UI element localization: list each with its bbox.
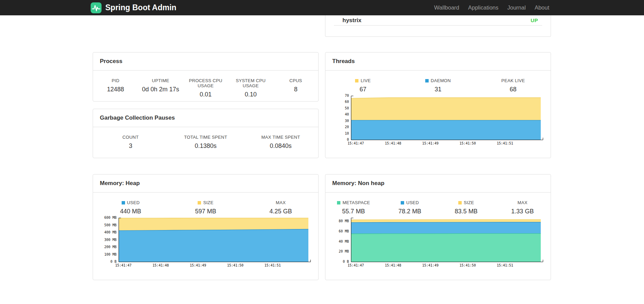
metric: LIVE67	[325, 78, 400, 92]
metric: SIZE83.5 MB	[438, 200, 494, 214]
metric-value: 1.33 GB	[494, 208, 551, 215]
memory-nonheap-panel: Memory: Non heap METASPACE55.7 MBUSED78.…	[325, 174, 551, 280]
svg-text:60 MB: 60 MB	[339, 229, 349, 233]
nav-link-journal[interactable]: Journal	[503, 0, 530, 15]
metric-value: 78.2 MB	[382, 208, 438, 215]
metric-label: USED	[382, 200, 438, 205]
metric-label: DAEMON	[400, 78, 475, 83]
memory-nonheap-legend: METASPACE55.7 MBUSED78.2 MBSIZE83.5 MBMA…	[325, 193, 551, 214]
metric-value: 3	[93, 142, 168, 150]
nav-link-about[interactable]: About	[530, 0, 554, 15]
metric: CPUS8	[273, 78, 318, 92]
threads-chart: 01020304050607015:41:4715:41:4815:41:491…	[328, 92, 548, 147]
memory-heap-chart: 0 B100 MB200 MB300 MB400 MB500 MB600 MB1…	[96, 214, 316, 269]
svg-text:15:41:49: 15:41:49	[422, 141, 439, 145]
svg-text:50: 50	[345, 106, 349, 110]
applications-panel-partial: hystrix UP	[325, 15, 551, 37]
svg-text:70: 70	[345, 94, 349, 97]
metric: PROCESS CPU USAGE0.01	[183, 78, 228, 92]
metric-value: 83.5 MB	[438, 208, 494, 215]
metric-value: 31	[400, 86, 475, 93]
svg-text:100 MB: 100 MB	[104, 253, 117, 256]
process-panel: Process PID12488UPTIME0d 0h 2m 17sPROCES…	[93, 52, 319, 102]
right-column: hystrix UP Threads LIVE67DAEMON31PEAK LI…	[325, 15, 551, 280]
process-panel-title: Process	[93, 52, 318, 71]
metric-value: 55.7 MB	[325, 208, 382, 215]
svg-text:15:41:51: 15:41:51	[497, 263, 513, 267]
metric-value: 0.01	[183, 91, 228, 98]
metric: PEAK LIVE68	[476, 78, 551, 92]
legend-swatch	[425, 79, 429, 82]
legend-swatch	[355, 79, 358, 82]
gc-pauses-panel: Garbage Collection Pauses COUNT3TOTAL TI…	[93, 109, 319, 158]
svg-text:15:41:50: 15:41:50	[459, 263, 476, 267]
svg-text:15:41:51: 15:41:51	[264, 263, 281, 267]
brand-title: Spring Boot Admin	[105, 3, 177, 12]
metric: MAX TIME SPENT0.0840s	[243, 135, 318, 149]
svg-text:200 MB: 200 MB	[104, 245, 117, 249]
svg-text:15:41:50: 15:41:50	[459, 141, 476, 145]
application-row[interactable]: hystrix UP	[334, 15, 542, 26]
svg-text:0: 0	[347, 138, 349, 141]
svg-text:0 B: 0 B	[343, 260, 349, 263]
metric: PID12488	[93, 78, 138, 92]
metric-value: 68	[476, 86, 551, 93]
svg-text:15:41:51: 15:41:51	[497, 141, 513, 145]
metric: USED440 MB	[93, 200, 168, 214]
svg-text:0 B: 0 B	[110, 260, 117, 263]
metric: USED78.2 MB	[382, 200, 438, 214]
metric: TOTAL TIME SPENT0.1380s	[168, 135, 243, 149]
metric-value: 67	[325, 86, 400, 93]
metric-label: SIZE	[168, 200, 243, 205]
metric: METASPACE55.7 MB	[325, 200, 382, 214]
metric: MAX4.25 GB	[243, 200, 318, 214]
memory-heap-panel-title: Memory: Heap	[93, 174, 318, 193]
threads-legend: LIVE67DAEMON31PEAK LIVE68	[325, 71, 551, 92]
svg-text:30: 30	[345, 119, 349, 123]
legend-swatch	[198, 201, 201, 204]
svg-text:600 MB: 600 MB	[104, 216, 117, 219]
metric: DAEMON31	[400, 78, 475, 92]
metric-value: 0d 0h 2m 17s	[138, 86, 183, 93]
svg-text:15:41:48: 15:41:48	[385, 263, 401, 267]
svg-text:60: 60	[345, 100, 349, 104]
metric-label: COUNT	[93, 135, 168, 140]
metric-value: 597 MB	[168, 208, 243, 215]
gc-metrics: COUNT3TOTAL TIME SPENT0.1380sMAX TIME SP…	[93, 127, 318, 149]
legend-swatch	[458, 201, 462, 204]
threads-panel-title: Threads	[325, 52, 551, 71]
svg-text:500 MB: 500 MB	[104, 223, 117, 227]
metric-label: PROCESS CPU USAGE	[183, 78, 228, 88]
metric-label: CPUS	[273, 78, 318, 83]
svg-text:15:41:50: 15:41:50	[227, 263, 243, 267]
nav-links: Wallboard Applications Journal About	[430, 0, 554, 15]
svg-text:15:41:49: 15:41:49	[190, 263, 206, 267]
main-content: Process PID12488UPTIME0d 0h 2m 17sPROCES…	[93, 15, 551, 280]
navbar: Spring Boot Admin Wallboard Applications…	[0, 0, 644, 15]
brand-link[interactable]: Spring Boot Admin	[90, 2, 177, 14]
application-name[interactable]: hystrix	[342, 17, 362, 24]
metric-label: MAX	[494, 200, 551, 205]
svg-text:20 MB: 20 MB	[339, 249, 349, 253]
nav-link-wallboard[interactable]: Wallboard	[430, 0, 464, 15]
svg-text:15:41:47: 15:41:47	[115, 263, 132, 267]
metric: SYSTEM CPU USAGE0.10	[228, 78, 273, 92]
legend-swatch	[401, 201, 404, 204]
metric-label: LIVE	[325, 78, 400, 83]
metric-label: UPTIME	[138, 78, 183, 83]
process-metrics: PID12488UPTIME0d 0h 2m 17sPROCESS CPU US…	[93, 71, 318, 92]
metric-label: METASPACE	[325, 200, 382, 205]
memory-heap-legend: USED440 MBSIZE597 MBMAX4.25 GB	[93, 193, 318, 214]
metric-value: 0.10	[228, 91, 273, 98]
metric-value: 0.0840s	[243, 142, 318, 150]
metric-label: MAX TIME SPENT	[243, 135, 318, 140]
metric-label: USED	[93, 200, 168, 205]
status-badge: UP	[531, 17, 538, 23]
svg-text:15:41:49: 15:41:49	[422, 263, 439, 267]
metric-label: PID	[93, 78, 138, 83]
nav-link-applications[interactable]: Applications	[464, 0, 503, 15]
metric-value: 0.1380s	[168, 142, 243, 150]
navbar-container: Spring Boot Admin Wallboard Applications…	[90, 0, 554, 15]
metric-value: 440 MB	[93, 208, 168, 215]
legend-swatch	[337, 201, 340, 204]
